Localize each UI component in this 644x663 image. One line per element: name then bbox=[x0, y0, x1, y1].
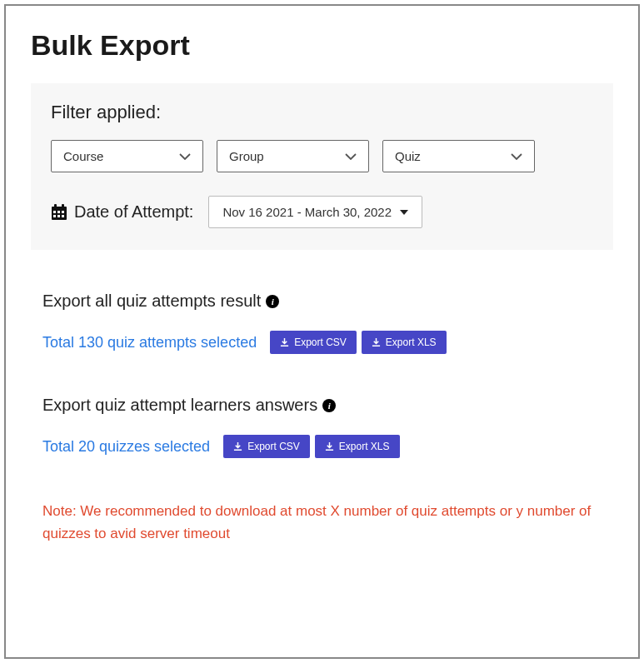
course-select[interactable]: Course bbox=[51, 140, 203, 172]
export-all-csv-button[interactable]: Export CSV bbox=[270, 331, 357, 354]
svg-rect-4 bbox=[53, 215, 56, 217]
quiz-select[interactable]: Quiz bbox=[382, 140, 535, 172]
svg-rect-3 bbox=[62, 211, 64, 213]
quiz-select-label: Quiz bbox=[395, 149, 421, 163]
date-of-attempt-label: Date of Attempt: bbox=[74, 202, 193, 222]
svg-rect-8 bbox=[62, 204, 64, 208]
svg-rect-5 bbox=[57, 215, 60, 217]
page-title: Bulk Export bbox=[31, 29, 613, 62]
svg-rect-6 bbox=[62, 215, 64, 217]
export-answers-button-group: Export CSV Export XLS bbox=[223, 435, 399, 458]
svg-rect-7 bbox=[54, 204, 57, 208]
export-answers-selected-text: Total 20 quizzes selected bbox=[42, 438, 210, 456]
export-all-csv-label: Export CSV bbox=[294, 336, 347, 348]
filter-heading: Filter applied: bbox=[51, 102, 593, 123]
svg-rect-1 bbox=[53, 211, 56, 213]
export-all-xls-label: Export XLS bbox=[386, 336, 437, 348]
page-frame: Bulk Export Filter applied: Course Group… bbox=[4, 4, 640, 659]
export-answers-heading-text: Export quiz attempt learners answers bbox=[42, 396, 317, 415]
filter-selects-row: Course Group Quiz bbox=[51, 140, 593, 172]
export-answers-csv-label: Export CSV bbox=[247, 441, 300, 452]
info-icon[interactable]: i bbox=[266, 295, 279, 308]
export-all-selected-text: Total 130 quiz attempts selected bbox=[42, 334, 257, 351]
download-icon bbox=[372, 338, 381, 347]
note-text: Note: We recommended to download at most… bbox=[31, 500, 613, 545]
caret-down-icon bbox=[400, 210, 408, 215]
chevron-down-icon bbox=[345, 153, 357, 160]
info-icon[interactable]: i bbox=[322, 399, 336, 412]
chevron-down-icon bbox=[179, 153, 191, 160]
export-all-action-row: Total 130 quiz attempts selected Export … bbox=[42, 331, 613, 354]
filter-panel: Filter applied: Course Group Quiz bbox=[31, 83, 613, 250]
svg-rect-2 bbox=[57, 211, 60, 213]
export-all-xls-button[interactable]: Export XLS bbox=[362, 331, 447, 354]
course-select-label: Course bbox=[63, 149, 103, 163]
export-answers-action-row: Total 20 quizzes selected Export CSV Exp… bbox=[42, 435, 613, 458]
export-answers-section: Export quiz attempt learners answers i T… bbox=[31, 396, 613, 458]
export-all-heading: Export all quiz attempts result i bbox=[42, 292, 613, 311]
group-select[interactable]: Group bbox=[217, 140, 369, 172]
export-answers-xls-label: Export XLS bbox=[339, 441, 390, 452]
date-range-select[interactable]: Nov 16 2021 - March 30, 2022 bbox=[208, 196, 422, 228]
calendar-icon bbox=[51, 204, 67, 221]
date-range-value: Nov 16 2021 - March 30, 2022 bbox=[222, 205, 392, 219]
export-all-section: Export all quiz attempts result i Total … bbox=[31, 292, 613, 354]
download-icon bbox=[280, 338, 289, 347]
export-answers-csv-button[interactable]: Export CSV bbox=[223, 435, 310, 458]
date-label-group: Date of Attempt: bbox=[51, 202, 193, 222]
download-icon bbox=[233, 442, 242, 451]
group-select-label: Group bbox=[229, 149, 264, 163]
export-answers-heading: Export quiz attempt learners answers i bbox=[42, 396, 613, 415]
export-all-button-group: Export CSV Export XLS bbox=[270, 331, 446, 354]
chevron-down-icon bbox=[511, 153, 522, 160]
export-all-heading-text: Export all quiz attempts result bbox=[42, 292, 261, 311]
export-answers-xls-button[interactable]: Export XLS bbox=[315, 435, 400, 458]
download-icon bbox=[325, 442, 334, 451]
date-of-attempt-row: Date of Attempt: Nov 16 2021 - March 30,… bbox=[51, 196, 593, 228]
